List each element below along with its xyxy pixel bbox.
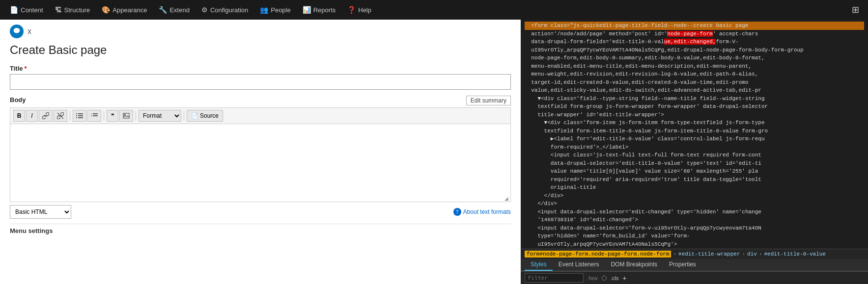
toolbar-separator-2 (104, 111, 104, 121)
nav-label-configuration: Configuration (210, 6, 248, 14)
nav-label-content: Content (21, 6, 43, 14)
nav-label-reports: Reports (313, 6, 336, 14)
link-button[interactable] (39, 110, 53, 122)
editor-toolbar: B I (10, 107, 511, 124)
nav-item-help[interactable]: ❓ Help (341, 0, 377, 20)
nav-item-structure[interactable]: 🏗 Structure (49, 0, 96, 20)
about-formats-link[interactable]: ? About text formats (453, 208, 511, 216)
nav-label-structure: Structure (64, 6, 90, 14)
code-line-13: ▼<div class='form-item js-form-item form… (525, 119, 864, 127)
format-bar: Basic HTML Full HTML Restricted HTML ? A… (10, 205, 511, 219)
menu-settings-section: Menu settings (10, 224, 511, 234)
blockquote-button[interactable]: ❝ (107, 110, 118, 122)
filter-input[interactable] (525, 273, 584, 283)
code-line-16: form-required'>_</label> (525, 143, 864, 152)
code-line-3: data-drupal-form-fields='edit-title-0-va… (525, 38, 864, 46)
code-line-17: <input class='js-text-full text-full for… (525, 151, 864, 159)
italic-button[interactable]: I (26, 110, 38, 122)
list-ol-button[interactable]: 1. 2. (87, 110, 101, 122)
filter-plus-button[interactable]: + (622, 274, 626, 282)
code-line-26: <input data-drupal-selector='form-v-ui95… (525, 224, 864, 232)
toolbar-separator-3 (136, 111, 136, 121)
nav-item-appearance[interactable]: 🎨 Appearance (96, 0, 153, 20)
breadcrumb-edit-title-0-value[interactable]: #edit-title-0-value (764, 251, 826, 257)
format-dropdown[interactable]: Format Heading 1 Heading 2 Paragraph (139, 110, 181, 122)
main-layout: x Create Basic page Title * Body Edit su… (0, 20, 868, 284)
source-icon: 📄 (191, 112, 198, 119)
breadcrumb-div[interactable]: div (747, 251, 757, 257)
close-button[interactable]: x (28, 27, 31, 36)
nav-label-extend: Extend (169, 6, 189, 14)
code-line-6: menu-enabled,edit-menu-title,edit-menu-d… (525, 62, 864, 71)
nav-item-content[interactable]: 📄 Content (4, 0, 49, 20)
filter-dot-button[interactable] (602, 276, 607, 281)
nav-collapse-button[interactable]: ⊞ (847, 4, 864, 15)
code-line-5: node-page-form,edit-body-0-summary,edit-… (525, 54, 864, 62)
logo-row: x (10, 25, 511, 38)
code-line-8: target-id,edit-created-0-value,edit-crea… (525, 78, 864, 87)
svg-rect-3 (76, 115, 77, 116)
devtools-panel: <form class="js-quickedit-page-title-fie… (521, 20, 868, 284)
content-icon: 📄 (10, 6, 18, 14)
title-input[interactable] (10, 74, 511, 90)
about-formats-icon: ? (453, 208, 461, 216)
nav-item-people[interactable]: 👥 People (254, 0, 296, 20)
body-header: Body Edit summary (10, 96, 511, 105)
devtools-tabs-bar: Styles Event Listeners DOM Breakpoints P… (521, 259, 868, 271)
extend-icon: 🔧 (159, 6, 167, 14)
editor-area[interactable]: ◢ (10, 124, 511, 202)
filter-pseudo-button[interactable]: :hov (588, 275, 598, 281)
tab-event-listeners[interactable]: Event Listeners (553, 259, 605, 271)
code-line-11: textfield form-group js-form-wrapper for… (525, 103, 864, 111)
code-line-2: action='/node/add/page' method='post' id… (525, 30, 864, 38)
drupal-form-panel: x Create Basic page Title * Body Edit su… (0, 20, 521, 284)
nav-item-configuration[interactable]: ⚙ Configuration (196, 0, 254, 20)
svg-rect-2 (78, 113, 83, 114)
code-line-10: ▼<div class='field--type-string field--n… (525, 95, 864, 103)
page-title: Create Basic page (10, 43, 511, 57)
svg-rect-6 (78, 117, 83, 118)
source-button[interactable]: 📄 Source (187, 110, 223, 122)
svg-rect-1 (76, 113, 77, 114)
nav-label-help: Help (358, 6, 371, 14)
nav-right-area: ⊞ (847, 4, 864, 15)
people-icon: 👥 (260, 6, 268, 14)
code-line-23: </div> (525, 200, 864, 208)
unlink-button[interactable] (54, 110, 67, 122)
resize-handle[interactable]: ◢ (504, 196, 510, 202)
code-line-15: ▶<label for='edit-title-0-value' class='… (525, 135, 864, 143)
tab-styles[interactable]: Styles (525, 259, 553, 271)
appearance-icon: 🎨 (102, 6, 110, 14)
code-line-27: type='hidden' name='form_build_id' value… (525, 232, 864, 240)
tab-properties[interactable]: Properties (663, 259, 702, 271)
body-label: Body (10, 96, 26, 103)
code-line-1: <form class="js-quickedit-page-title-fie… (525, 22, 864, 30)
tab-dom-breakpoints[interactable]: DOM Breakpoints (605, 259, 663, 271)
breadcrumb-edit-title-wrapper[interactable]: #edit-title-wrapper (678, 251, 740, 257)
list-ul-button[interactable] (73, 110, 86, 122)
svg-text:2.: 2. (91, 115, 92, 117)
image-button[interactable] (119, 110, 133, 122)
configuration-icon: ⚙ (201, 6, 208, 14)
code-line-18: data-drupal-selector='edit-title-0-value… (525, 159, 864, 168)
breadcrumb-node-page-form[interactable]: form#node-page-form.node-page-form.node-… (525, 251, 671, 258)
svg-rect-5 (76, 117, 77, 118)
editor-content[interactable] (10, 124, 510, 198)
format-select-wrapper: Basic HTML Full HTML Restricted HTML (10, 205, 71, 219)
code-line-25: '1469738310' id='edit-changed'> (525, 216, 864, 224)
edit-summary-button[interactable]: Edit summary (466, 96, 511, 105)
code-line-22: </div> (525, 192, 864, 200)
body-field-group: Body Edit summary B I (10, 96, 511, 219)
devtools-code-view[interactable]: <form class="js-quickedit-page-title-fie… (521, 20, 868, 249)
nav-item-reports[interactable]: 📊 Reports (297, 0, 342, 20)
reports-icon: 📊 (303, 6, 311, 14)
filter-cls-button[interactable]: .cls (611, 275, 619, 281)
bold-button[interactable]: B (13, 110, 25, 122)
text-format-select[interactable]: Basic HTML Full HTML Restricted HTML (10, 205, 71, 219)
top-navigation: 📄 Content 🏗 Structure 🎨 Appearance 🔧 Ext… (0, 0, 868, 20)
nav-item-extend[interactable]: 🔧 Extend (153, 0, 195, 20)
devtools-breadcrumb-bar: form#node-page-form.node-page-form.node-… (521, 249, 868, 259)
title-required-star: * (25, 65, 27, 72)
svg-rect-8 (93, 113, 98, 114)
title-field-group: Title * (10, 65, 511, 96)
